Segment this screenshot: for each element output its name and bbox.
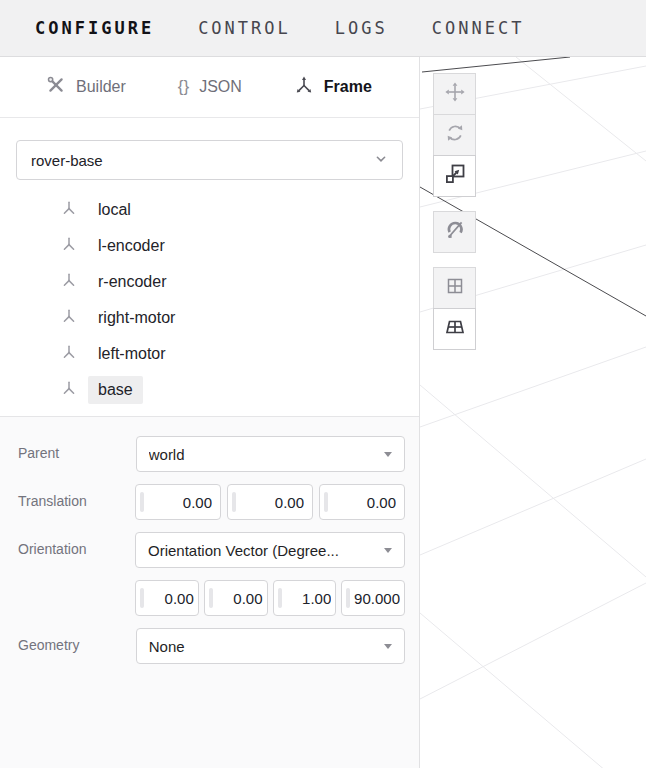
orientation-y-input[interactable]: [205, 581, 267, 615]
move-arrows-icon: [444, 81, 466, 107]
frame-form: Parent world Translation: [0, 416, 419, 768]
tab-frame[interactable]: Frame: [294, 75, 372, 99]
orientation-row: Orientation Orientation Vector (Degree..…: [18, 532, 405, 628]
component-select[interactable]: rover-base: [16, 140, 403, 180]
tree-item-label: l-encoder: [88, 232, 175, 260]
geometry-select-value: None: [149, 638, 185, 655]
component-select-value: rover-base: [31, 152, 103, 169]
frame-node-icon: [60, 235, 78, 257]
tools-icon: [46, 75, 66, 99]
scale-tool-button[interactable]: [433, 155, 476, 197]
parent-select-value: world: [149, 446, 185, 463]
parent-row: Parent world: [18, 436, 405, 472]
orientation-z-field: [273, 580, 337, 616]
translation-row: Translation: [18, 484, 405, 520]
chevron-down-icon: [374, 152, 388, 169]
nav-tab-logs[interactable]: LOGS: [335, 18, 388, 38]
nav-tab-control[interactable]: CONTROL: [198, 18, 291, 38]
tree-item-l-encoder[interactable]: l-encoder: [0, 228, 419, 264]
translate-tool-button[interactable]: [433, 73, 476, 115]
top-nav: CONFIGURE CONTROL LOGS CONNECT: [0, 0, 646, 57]
translation-z-field: [319, 484, 405, 520]
orientation-y-field: [204, 580, 268, 616]
grid-group: [433, 267, 476, 350]
tree-item-left-motor[interactable]: left-motor: [0, 336, 419, 372]
tab-json[interactable]: {} JSON: [178, 77, 242, 97]
nav-tab-connect[interactable]: CONNECT: [432, 18, 525, 38]
config-panel: Builder {} JSON: [0, 57, 420, 768]
snap-rotation-off-button[interactable]: [433, 211, 476, 253]
frame-node-icon: [60, 199, 78, 221]
translation-x-field: [135, 484, 221, 520]
frame-axes-icon: [294, 75, 314, 99]
main-area: Builder {} JSON: [0, 57, 646, 768]
tree-item-label: local: [88, 196, 141, 224]
parent-label: Parent: [18, 436, 136, 472]
tree-item-local[interactable]: local: [0, 192, 419, 228]
caret-down-icon: [384, 452, 392, 457]
orientation-x-input[interactable]: [136, 581, 198, 615]
frame-node-icon: [60, 271, 78, 293]
frame-node-icon: [60, 379, 78, 401]
scale-icon: [444, 163, 466, 189]
orientation-label: Orientation: [18, 532, 135, 628]
translation-x-input[interactable]: [136, 485, 220, 519]
perspective-grid-icon: [444, 316, 466, 342]
caret-down-icon: [384, 644, 392, 649]
geometry-label: Geometry: [18, 628, 136, 664]
braces-icon: {}: [178, 77, 189, 97]
tab-frame-label: Frame: [324, 78, 372, 96]
tree-item-base[interactable]: base: [0, 372, 419, 408]
orientation-z-input[interactable]: [274, 581, 336, 615]
geometry-row: Geometry None: [18, 628, 405, 664]
orientation-theta-field: [341, 580, 405, 616]
translation-y-field: [227, 484, 313, 520]
tab-json-label: JSON: [199, 78, 242, 96]
orientation-type-value: Orientation Vector (Degree...: [148, 542, 339, 559]
geometry-select[interactable]: None: [136, 628, 405, 664]
frame-node-icon: [60, 307, 78, 329]
3d-viewport[interactable]: [420, 57, 646, 768]
nav-tab-configure[interactable]: CONFIGURE: [35, 18, 154, 38]
grid-icon: [445, 276, 465, 300]
tab-builder-label: Builder: [76, 78, 126, 96]
tree-item-label: base: [88, 376, 143, 404]
orientation-type-select[interactable]: Orientation Vector (Degree...: [135, 532, 405, 568]
tree-item-right-motor[interactable]: right-motor: [0, 300, 419, 336]
rotation-snap-off-icon: [444, 219, 466, 245]
translation-z-input[interactable]: [320, 485, 404, 519]
rotate-tool-button[interactable]: [433, 114, 476, 156]
frame-node-icon: [60, 343, 78, 365]
translation-label: Translation: [18, 484, 135, 520]
tab-builder[interactable]: Builder: [46, 75, 126, 99]
rotate-arrows-icon: [445, 123, 465, 147]
caret-down-icon: [384, 548, 392, 553]
grid-toggle-button[interactable]: [433, 267, 476, 309]
viewport-toolbar: [433, 73, 476, 350]
orientation-theta-input[interactable]: [342, 581, 404, 615]
translation-y-input[interactable]: [228, 485, 312, 519]
snap-group: [433, 211, 476, 253]
orientation-x-field: [135, 580, 199, 616]
parent-select[interactable]: world: [136, 436, 405, 472]
tree-item-label: right-motor: [88, 304, 185, 332]
perspective-grid-button[interactable]: [433, 308, 476, 350]
tree-item-label: r-encoder: [88, 268, 176, 296]
transform-tools-group: [433, 73, 476, 197]
tree-item-label: left-motor: [88, 340, 176, 368]
mode-subtabs: Builder {} JSON: [0, 57, 419, 118]
frame-tree: local l-encoder r-encoder right-motor le…: [0, 192, 419, 408]
tree-item-r-encoder[interactable]: r-encoder: [0, 264, 419, 300]
